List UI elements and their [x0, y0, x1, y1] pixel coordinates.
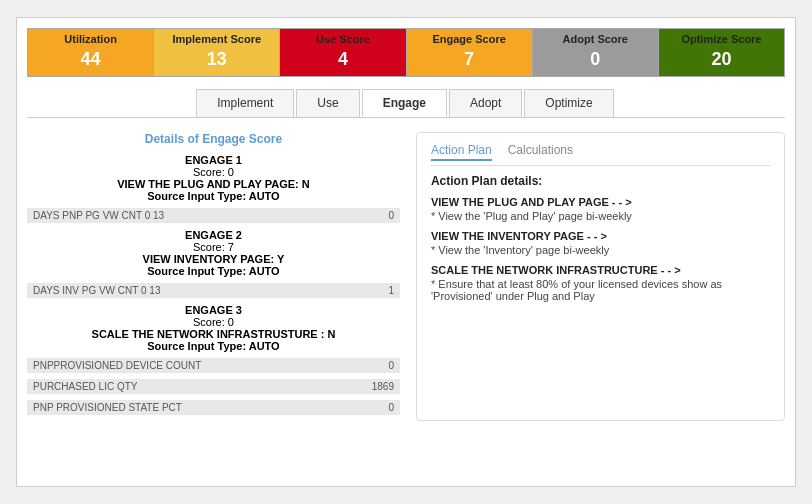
right-tab-calculations[interactable]: Calculations — [508, 143, 573, 161]
action-item-2-desc: * View the 'Inventory' page bi-weekly — [431, 244, 770, 256]
utilization-label: Utilization — [30, 33, 151, 45]
tab-use[interactable]: Use — [296, 89, 359, 117]
left-panel: Details of Engage Score ENGAGE 1 Score: … — [27, 132, 400, 421]
engage-block-1: ENGAGE 1 Score: 0 VIEW THE PLUG AND PLAY… — [27, 154, 400, 202]
bottom-row-3-value: 0 — [388, 402, 394, 413]
score-header: Utilization 44 Implement Score 13 Use Sc… — [27, 28, 785, 77]
main-container: Utilization 44 Implement Score 13 Use Sc… — [16, 17, 796, 487]
adopt-value: 0 — [535, 47, 656, 72]
bottom-row-3-label: PNP PROVISIONED STATE PCT — [33, 402, 182, 413]
engage3-score: Score: 0 — [27, 316, 400, 328]
engage-block-3: ENGAGE 3 Score: 0 SCALE THE NETWORK INFR… — [27, 304, 400, 352]
tab-engage[interactable]: Engage — [362, 89, 447, 117]
score-cell-engage: Engage Score 7 — [407, 29, 533, 76]
score-cell-adopt: Adopt Score 0 — [533, 29, 659, 76]
engage2-source: Source Input Type: AUTO — [27, 265, 400, 277]
action-item-3-desc: * Ensure that at least 80% of your licen… — [431, 278, 770, 302]
engage1-data-label: DAYS PNP PG VW CNT 0 13 — [33, 210, 164, 221]
engage2-data-label: DAYS INV PG VW CNT 0 13 — [33, 285, 160, 296]
score-cell-implement: Implement Score 13 — [154, 29, 280, 76]
tab-adopt[interactable]: Adopt — [449, 89, 522, 117]
engage3-view: SCALE THE NETWORK INFRASTRUSTURE : N — [27, 328, 400, 340]
bottom-row-1-label: PNPPROVISIONED DEVICE COUNT — [33, 360, 201, 371]
right-tabs: Action Plan Calculations — [431, 143, 770, 166]
engage-label: Engage Score — [409, 33, 530, 45]
engage3-name: ENGAGE 3 — [27, 304, 400, 316]
bottom-row-2: PURCHASED LIC QTY 1869 — [27, 379, 400, 394]
action-plan-title: Action Plan details: — [431, 174, 770, 188]
tab-implement[interactable]: Implement — [196, 89, 294, 117]
engage1-name: ENGAGE 1 — [27, 154, 400, 166]
tab-optimize[interactable]: Optimize — [524, 89, 613, 117]
engage-value: 7 — [409, 47, 530, 72]
adopt-label: Adopt Score — [535, 33, 656, 45]
bottom-row-3: PNP PROVISIONED STATE PCT 0 — [27, 400, 400, 415]
action-item-1-title: VIEW THE PLUG AND PLAY PAGE - - > — [431, 196, 770, 208]
right-panel: Action Plan Calculations Action Plan det… — [416, 132, 785, 421]
content-area: Details of Engage Score ENGAGE 1 Score: … — [27, 132, 785, 421]
action-item-1-desc: * View the 'Plug and Play' page bi-weekl… — [431, 210, 770, 222]
action-item-3-title: SCALE THE NETWORK INFRASTRUCTURE - - > — [431, 264, 770, 276]
engage1-data-value: 0 — [388, 210, 394, 221]
action-item-2-title: VIEW THE INVENTORY PAGE - - > — [431, 230, 770, 242]
engage-block-2: ENGAGE 2 Score: 7 VIEW INVENTORY PAGE: Y… — [27, 229, 400, 277]
implement-label: Implement Score — [156, 33, 277, 45]
engage1-data-row: DAYS PNP PG VW CNT 0 13 0 — [27, 208, 400, 223]
score-cell-use: Use Score 4 — [280, 29, 406, 76]
details-title: Details of Engage Score — [27, 132, 400, 146]
optimize-value: 20 — [661, 47, 782, 72]
engage1-source: Source Input Type: AUTO — [27, 190, 400, 202]
engage2-view: VIEW INVENTORY PAGE: Y — [27, 253, 400, 265]
engage3-source: Source Input Type: AUTO — [27, 340, 400, 352]
engage2-score: Score: 7 — [27, 241, 400, 253]
implement-value: 13 — [156, 47, 277, 72]
right-tab-action-plan[interactable]: Action Plan — [431, 143, 492, 161]
use-value: 4 — [282, 47, 403, 72]
bottom-row-2-label: PURCHASED LIC QTY — [33, 381, 137, 392]
engage1-view: VIEW THE PLUG AND PLAY PAGE: N — [27, 178, 400, 190]
score-cell-optimize: Optimize Score 20 — [659, 29, 784, 76]
utilization-value: 44 — [30, 47, 151, 72]
bottom-row-2-value: 1869 — [372, 381, 394, 392]
optimize-label: Optimize Score — [661, 33, 782, 45]
bottom-row-1: PNPPROVISIONED DEVICE COUNT 0 — [27, 358, 400, 373]
score-cell-utilization: Utilization 44 — [28, 29, 154, 76]
engage2-data-value: 1 — [388, 285, 394, 296]
engage2-data-row: DAYS INV PG VW CNT 0 13 1 — [27, 283, 400, 298]
use-label: Use Score — [282, 33, 403, 45]
engage1-score: Score: 0 — [27, 166, 400, 178]
bottom-row-1-value: 0 — [388, 360, 394, 371]
main-tabs: Implement Use Engage Adopt Optimize — [27, 89, 785, 118]
engage2-name: ENGAGE 2 — [27, 229, 400, 241]
